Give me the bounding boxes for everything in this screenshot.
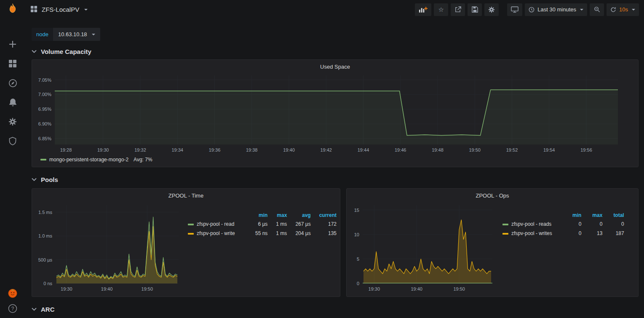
legend-row: zfspv-pool - reads 0 0 0 (502, 219, 624, 229)
series-name: zfspv-pool - reads (511, 221, 551, 227)
admin-shield-icon[interactable] (8, 136, 17, 146)
legend: mongo-persistent-storage-mongo-2 Avg: 7% (35, 157, 635, 163)
row-header-pools[interactable]: Pools (32, 172, 639, 187)
legend-col-min[interactable]: min (561, 211, 581, 219)
svg-text:19:48: 19:48 (432, 147, 444, 152)
series-swatch (188, 233, 194, 235)
stat-current: 172 (311, 219, 337, 229)
create-plus-icon[interactable] (8, 40, 17, 49)
dashboard-title: ZFS-LocalPV (42, 6, 79, 13)
svg-text:0: 0 (357, 281, 359, 286)
used-space-chart[interactable]: 6.85%6.90%6.95%7.00%7.05%19:2819:3019:32… (35, 72, 635, 155)
series-name-cell[interactable]: zfspv-pool - writes (502, 229, 561, 238)
legend-col-total[interactable]: total (602, 211, 624, 219)
panel-zpool-time: ZPOOL - Time 0 ns500 µs1.0 ms1.5 ms19:30… (32, 188, 340, 297)
help-question-icon[interactable]: ? (8, 304, 17, 313)
series-swatch (188, 224, 194, 225)
row-title: Volume Capacity (41, 48, 91, 55)
stat-min: 0 (561, 229, 581, 238)
chevron-down-icon (84, 9, 88, 11)
panel-title[interactable]: ZPOOL - Time (35, 190, 337, 201)
svg-text:19:50: 19:50 (453, 286, 465, 291)
star-dashboard-button[interactable]: ☆ (434, 3, 448, 16)
stat-min: 0 (561, 219, 581, 229)
dashboards-grid-icon[interactable] (8, 59, 17, 68)
row-header-volume-capacity[interactable]: Volume Capacity (32, 44, 639, 59)
svg-text:19:38: 19:38 (246, 147, 258, 152)
stat-min: 6 µs (247, 219, 267, 229)
stat-avg: 204 µs (287, 229, 310, 238)
legend-row: zfspv-pool - read 6 µs 1 ms 267 µs 172 (188, 219, 337, 229)
svg-text:6.95%: 6.95% (38, 107, 51, 112)
time-range-label: Last 30 minutes (537, 6, 576, 13)
panel-title[interactable]: ZPOOL - Ops (350, 190, 635, 201)
svg-text:6.90%: 6.90% (38, 121, 51, 126)
legend-table-wrap: min max total zfspv-pool - reads 0 0 0 (496, 201, 635, 295)
series-name-cell[interactable]: zfspv-pool - reads (502, 219, 561, 229)
svg-text:19:40: 19:40 (101, 286, 113, 291)
refresh-picker[interactable]: 10s (607, 3, 639, 16)
svg-text:1.5 ms: 1.5 ms (38, 210, 53, 215)
series-name[interactable]: mongo-persistent-storage-mongo-2 (49, 157, 128, 163)
dashboard-settings-button[interactable] (484, 3, 499, 16)
save-dashboard-button[interactable] (468, 3, 482, 16)
panel-used-space: Used Space 6.85%6.90%6.95%7.00%7.05%19:2… (32, 59, 639, 167)
chart-svg: 05101519:3019:4019:50 (350, 201, 496, 294)
legend-col-min[interactable]: min (247, 211, 267, 219)
explore-compass-icon[interactable] (8, 78, 17, 88)
variable-name-label: node (32, 28, 53, 41)
alerting-bell-icon[interactable] (8, 98, 17, 107)
panel-body: 05101519:3019:4019:50 min max total zfsp… (350, 201, 635, 295)
share-dashboard-button[interactable] (451, 3, 465, 16)
row-header-arc[interactable]: ARC (32, 302, 639, 316)
svg-text:19:30: 19:30 (369, 286, 380, 291)
clock-icon (529, 7, 534, 13)
zoom-out-button[interactable] (590, 3, 604, 16)
row-title: Pools (41, 176, 58, 183)
tv-cycle-button[interactable] (507, 3, 522, 16)
zpool-ops-chart[interactable]: 05101519:3019:4019:50 (350, 201, 496, 294)
legend-table: min max avg current zfspv-pool - read 6 … (188, 211, 337, 238)
svg-text:19:52: 19:52 (506, 147, 518, 152)
legend-col-max[interactable]: max (267, 211, 287, 219)
svg-text:19:34: 19:34 (171, 147, 183, 152)
variable-value-dropdown[interactable]: 10.63.10.18 (53, 28, 100, 41)
stat-avg: 267 µs (287, 219, 310, 229)
svg-text:19:32: 19:32 (134, 147, 146, 152)
template-variable-row: node 10.63.10.18 (32, 28, 639, 41)
series-name: zfspv-pool - write (197, 230, 235, 236)
legend-col-avg[interactable]: avg (287, 211, 310, 219)
chart-svg: 0 ns500 µs1.0 ms1.5 ms19:3019:4019:50 (35, 201, 181, 294)
legend-row: zfspv-pool - write 55 ns 1 ms 204 µs 135 (188, 229, 337, 238)
svg-text:19:30: 19:30 (61, 286, 72, 291)
svg-text:19:56: 19:56 (580, 147, 592, 152)
gear-icon (488, 6, 495, 13)
series-swatch (40, 159, 46, 160)
configuration-gear-icon[interactable] (8, 117, 17, 126)
legend-col-current[interactable]: current (311, 211, 337, 219)
chevron-down-icon (32, 50, 37, 53)
grafana-logo-icon[interactable] (7, 3, 19, 16)
stat-max: 1 ms (267, 219, 287, 229)
dashboard-title-menu[interactable]: ZFS-LocalPV (30, 5, 88, 14)
user-avatar[interactable] (8, 289, 17, 298)
series-name-cell[interactable]: zfspv-pool - read (188, 219, 247, 229)
svg-text:?: ? (11, 306, 14, 312)
zpool-time-chart[interactable]: 0 ns500 µs1.0 ms1.5 ms19:3019:4019:50 (35, 201, 181, 294)
stat-total: 187 (602, 229, 624, 238)
svg-text:5: 5 (357, 257, 359, 262)
apps-grid-icon (30, 5, 37, 14)
add-panel-button[interactable] (415, 3, 431, 16)
series-name-cell[interactable]: zfspv-pool - write (188, 229, 247, 238)
svg-text:19:30: 19:30 (97, 147, 109, 152)
legend-col-max[interactable]: max (581, 211, 602, 219)
stat-max: 13 (581, 229, 602, 238)
chevron-down-icon (32, 178, 37, 181)
chevron-down-icon (580, 9, 583, 11)
svg-text:7.05%: 7.05% (38, 77, 51, 83)
sidebar-nav (8, 40, 17, 146)
panel-title[interactable]: Used Space (35, 61, 635, 72)
variable-value: 10.63.10.18 (58, 31, 87, 37)
time-range-picker[interactable]: Last 30 minutes (525, 3, 587, 16)
svg-text:19:44: 19:44 (358, 147, 369, 152)
